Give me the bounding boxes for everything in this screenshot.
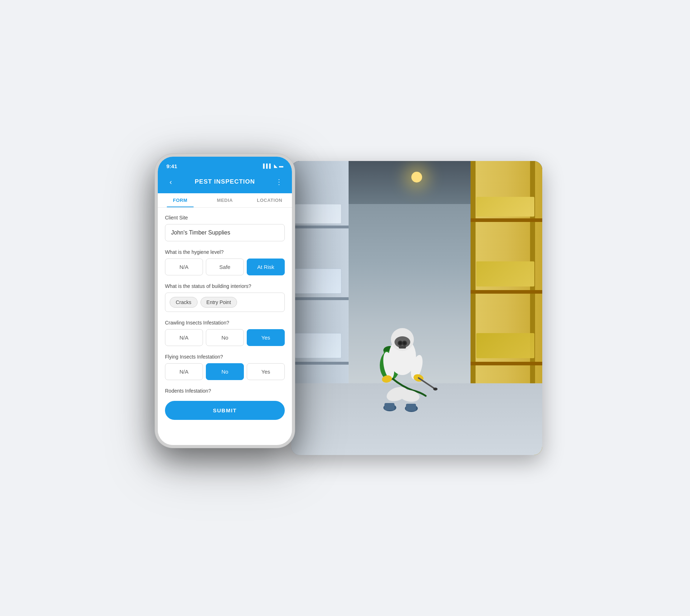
crawling-na-button[interactable]: N/A	[165, 329, 203, 346]
svg-rect-10	[399, 346, 406, 349]
flying-no-button[interactable]: No	[206, 363, 244, 380]
svg-point-8	[399, 342, 402, 345]
tab-media[interactable]: MEDIA	[203, 193, 247, 207]
app-header: ‹ PEST INSPECTION ⋮	[158, 172, 292, 193]
chip-entry-point[interactable]: Entry Point	[200, 297, 237, 308]
building-label: What is the status of building interiors…	[165, 283, 285, 289]
hygiene-safe-button[interactable]: Safe	[206, 259, 244, 275]
status-time: 9:41	[166, 163, 177, 169]
form-content: Client Site What is the hygiene level? N…	[158, 208, 292, 448]
warehouse-background	[291, 161, 542, 455]
crawling-no-button[interactable]: No	[206, 329, 244, 346]
hygiene-at-risk-button[interactable]: At Risk	[247, 259, 285, 275]
wifi-icon: ◣	[274, 164, 277, 169]
flying-options: N/A No Yes	[165, 363, 285, 380]
phone-body: 9:41 ▌▌▌ ◣ ▬ ‹ PEST INSPECTION ⋮ FORM ME…	[155, 154, 295, 448]
hygiene-na-button[interactable]: N/A	[165, 259, 203, 275]
page-title: PEST INSPECTION	[195, 178, 255, 185]
signal-icon: ▌▌▌	[263, 164, 272, 169]
crawling-yes-button[interactable]: Yes	[247, 329, 285, 346]
tabs-bar: FORM MEDIA LOCATION	[158, 193, 292, 208]
submit-button[interactable]: SUBMIT	[165, 401, 285, 420]
scene: 9:41 ▌▌▌ ◣ ▬ ‹ PEST INSPECTION ⋮ FORM ME…	[148, 147, 542, 469]
flying-label: Flying Insects Infestation?	[165, 354, 285, 360]
battery-icon: ▬	[279, 164, 283, 169]
client-site-input[interactable]	[165, 224, 285, 241]
crawling-options: N/A No Yes	[165, 329, 285, 346]
rodents-label: Rodents Infestation?	[165, 388, 285, 394]
back-button[interactable]: ‹	[165, 176, 176, 188]
svg-rect-22	[406, 404, 416, 411]
svg-line-15	[419, 378, 435, 389]
pest-control-worker	[363, 319, 442, 426]
building-chips-area: Cracks Entry Point	[165, 293, 285, 312]
status-icons: ▌▌▌ ◣ ▬	[263, 164, 283, 169]
client-site-label: Client Site	[165, 215, 285, 221]
phone-mockup: 9:41 ▌▌▌ ◣ ▬ ‹ PEST INSPECTION ⋮ FORM ME…	[155, 154, 295, 448]
more-button[interactable]: ⋮	[273, 176, 285, 188]
chip-cracks[interactable]: Cracks	[170, 297, 198, 308]
tab-form[interactable]: FORM	[158, 193, 203, 207]
hygiene-label: What is the hygiene level?	[165, 249, 285, 255]
svg-point-16	[433, 388, 438, 390]
warehouse-light	[411, 172, 422, 183]
hygiene-options: N/A Safe At Risk	[165, 259, 285, 275]
status-bar: 9:41 ▌▌▌ ◣ ▬	[158, 157, 292, 172]
flying-yes-button[interactable]: Yes	[247, 363, 285, 380]
svg-rect-21	[384, 403, 394, 410]
tab-location[interactable]: LOCATION	[247, 193, 292, 207]
flying-na-button[interactable]: N/A	[165, 363, 203, 380]
svg-point-9	[403, 342, 406, 345]
crawling-label: Crawling Insects Infestation?	[165, 320, 285, 326]
